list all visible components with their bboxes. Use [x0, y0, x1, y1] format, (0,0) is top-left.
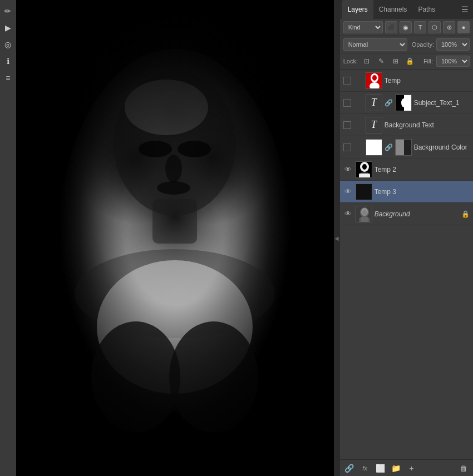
lock-pixels-btn[interactable]: ⊡ [361, 56, 372, 67]
layer-visibility-subject[interactable]: 👁 [353, 98, 363, 108]
tool-info[interactable]: ℹ [1, 54, 14, 68]
tab-paths[interactable]: Paths [412, 0, 441, 19]
layer-checkbox-subject[interactable] [343, 99, 351, 107]
new-group-btn[interactable]: 📁 [390, 462, 402, 474]
tab-channels[interactable]: Channels [373, 0, 413, 19]
left-toolbar: ✏ ▶ ◎ ℹ ≡ [0, 0, 16, 476]
layer-item-temp3[interactable]: 👁 Temp 3 [340, 181, 473, 203]
layer-name-temp2: Temp 2 [375, 166, 470, 173]
layer-mask-bg-color [395, 139, 412, 156]
panel-bottom-toolbar: 🔗 fx ⬜ 📁 + 🗑 [340, 459, 473, 476]
layer-chain-bg-color: 🔗 [385, 143, 393, 151]
layers-panel: Layers Channels Paths ☰ Kind ⬛ ◉ T ⬡ ⊛ ●… [339, 0, 473, 476]
thumb-svg-background [356, 206, 372, 222]
mask-svg-subject [396, 95, 411, 111]
layer-visibility-temp3[interactable]: 👁 [343, 187, 353, 197]
blend-opacity-row: Normal Opacity: 100% [340, 36, 473, 53]
tool-layers-order[interactable]: ≡ [1, 71, 14, 85]
thumb-svg-temp3 [356, 184, 372, 200]
layer-checkbox-temp[interactable] [343, 77, 351, 85]
opacity-select[interactable]: 100% [436, 38, 470, 51]
new-layer-btn[interactable]: + [406, 462, 418, 474]
layers-list: 👁 Temp 👁 T 🔗 [340, 70, 473, 459]
lock-fill-row: Lock: ⊡ ✎ ⊞ 🔒 Fill: 100% [340, 53, 473, 70]
fill-select[interactable]: 100% [436, 56, 470, 67]
lock-all-btn[interactable]: 🔒 [405, 56, 416, 67]
svg-point-23 [362, 164, 367, 170]
layer-visibility-bg-color[interactable]: 👁 [353, 142, 363, 152]
layer-checkbox-bg-color[interactable] [343, 143, 351, 151]
thumb-svg-temp2 [356, 161, 372, 178]
filter-pixel-icon[interactable]: ⬛ [385, 21, 397, 33]
tool-brush[interactable]: ✏ [1, 4, 14, 18]
layer-name-temp: Temp [385, 77, 470, 85]
svg-rect-25 [359, 173, 370, 178]
layer-item-temp[interactable]: 👁 Temp [340, 70, 473, 92]
layer-name-background: Background [375, 210, 459, 218]
filter-select[interactable]: Kind [343, 21, 383, 33]
tool-play[interactable]: ▶ [1, 21, 14, 34]
panel-menu-button[interactable]: ☰ [459, 3, 471, 16]
lock-position-btn[interactable]: ✎ [376, 56, 387, 67]
fill-label: Fill: [423, 58, 433, 65]
layer-thumb-background [356, 206, 372, 222]
layer-item-temp2[interactable]: 👁 Temp 2 [340, 158, 473, 181]
opacity-label: Opacity: [412, 41, 434, 48]
add-mask-btn[interactable]: ⬜ [375, 462, 387, 474]
svg-rect-33 [361, 217, 368, 222]
blend-mode-select[interactable]: Normal [343, 38, 407, 51]
mask-svg-bg-color [396, 139, 411, 156]
svg-point-18 [401, 98, 407, 107]
layer-thumb-temp3 [356, 184, 372, 200]
canvas-image [19, 16, 331, 460]
svg-rect-11 [19, 16, 331, 460]
layer-thumb-temp [366, 72, 382, 89]
layer-item-subject-text-1[interactable]: 👁 T 🔗 Subject_Text_1 [340, 92, 473, 114]
layer-name-subject: Subject_Text_1 [414, 99, 470, 107]
tool-adjustment[interactable]: ◎ [1, 38, 14, 51]
fx-btn[interactable]: fx [359, 462, 371, 474]
layer-lock-background: 🔒 [461, 210, 470, 218]
layer-thumb-bg-color [366, 139, 382, 156]
filter-smart-icon[interactable]: ⊛ [443, 21, 455, 33]
layer-visibility-background[interactable]: 👁 [343, 209, 353, 219]
filter-adjust-icon[interactable]: ◉ [400, 21, 412, 33]
delete-layer-btn[interactable]: 🗑 [457, 462, 470, 474]
lock-label: Lock: [343, 58, 358, 65]
svg-point-32 [361, 208, 368, 216]
portrait-bg [19, 16, 331, 460]
layer-item-background[interactable]: 👁 Background 🔒 [340, 203, 473, 225]
layer-visibility-temp2[interactable]: 👁 [343, 165, 353, 175]
canvas-area [16, 0, 334, 476]
collapse-handle[interactable]: ◀ [334, 0, 339, 476]
link-layers-btn[interactable]: 🔗 [343, 462, 356, 474]
filter-type-icon[interactable]: T [414, 21, 426, 33]
filter-toggle[interactable]: ● [457, 21, 470, 33]
svg-point-15 [372, 75, 377, 81]
layer-thumb-subject: T [366, 95, 382, 111]
layer-thumb-mask-subject [395, 95, 412, 111]
layer-visibility-temp[interactable]: 👁 [353, 76, 363, 86]
layer-name-bg-text: Background Text [385, 121, 470, 129]
layer-checkbox-bg-text[interactable] [343, 121, 351, 129]
filter-shape-icon[interactable]: ⬡ [428, 21, 441, 33]
svg-rect-26 [356, 184, 372, 200]
lock-artboard-btn[interactable]: ⊞ [390, 56, 401, 67]
tab-layers[interactable]: Layers [342, 0, 373, 19]
panel-tabs-bar: Layers Channels Paths ☰ [340, 0, 473, 19]
layer-chain-subject: 🔗 [385, 99, 393, 107]
svg-rect-20 [396, 139, 404, 156]
layer-name-bg-color: Background Color [414, 143, 470, 151]
layer-name-temp3: Temp 3 [375, 188, 470, 196]
layer-item-bg-color[interactable]: 👁 🔗 Background Color [340, 136, 473, 158]
layer-item-bg-text[interactable]: 👁 T Background Text [340, 114, 473, 136]
portrait-svg [19, 16, 331, 460]
filter-row: Kind ⬛ ◉ T ⬡ ⊛ ● [340, 19, 473, 36]
layer-thumb-temp2 [356, 161, 372, 178]
layer-thumb-bg-text: T [366, 117, 382, 133]
layer-visibility-bg-text[interactable]: 👁 [353, 120, 363, 130]
thumb-svg-temp [366, 72, 382, 89]
